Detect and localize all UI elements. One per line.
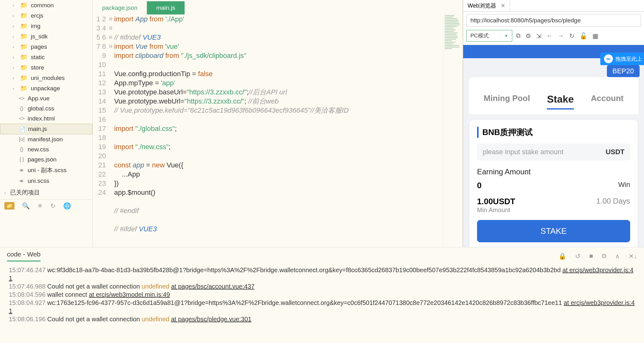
file-label: manifest.json xyxy=(28,136,63,143)
app-nav: Mining Pool Stake Account xyxy=(469,93,638,114)
folder-icon: 📁 xyxy=(20,74,28,82)
folder-img[interactable]: ›📁img xyxy=(0,21,92,31)
popout-icon[interactable]: ⧉ xyxy=(602,252,606,260)
drag-upload-hint[interactable]: ∞ 拖拽至此上 xyxy=(600,53,644,65)
minimap[interactable] xyxy=(443,14,463,247)
folder-icon[interactable]: 📁 xyxy=(4,202,14,210)
stop-icon[interactable]: ■ xyxy=(589,252,593,260)
file-label: pages.json xyxy=(28,156,57,163)
console-tab[interactable]: code - Web xyxy=(7,250,41,261)
file-index.html[interactable]: <>index.html xyxy=(0,114,92,124)
export-icon[interactable]: ⇲ xyxy=(535,31,543,41)
gear-icon[interactable]: ⚙ xyxy=(524,31,532,41)
chevron-right-icon: › xyxy=(13,24,17,29)
file-label: App.vue xyxy=(28,95,50,102)
file-icon: <> xyxy=(19,96,25,101)
file-uni.scss[interactable]: ⩩uni.scss xyxy=(0,176,92,186)
file-label: new.css xyxy=(28,146,49,153)
cloud-icon: ∞ xyxy=(604,54,613,63)
bep20-badge: BEP20 xyxy=(607,65,640,77)
file-uni - 副本.scss[interactable]: ⩩uni - 副本.scss xyxy=(0,165,92,176)
stake-currency: USDT xyxy=(606,148,625,156)
history-icon[interactable]: ↺ xyxy=(575,252,580,260)
browser-tab[interactable]: Web浏览器 ✕ xyxy=(463,0,510,11)
nav-mining-pool[interactable]: Mining Pool xyxy=(484,93,530,110)
console-link[interactable]: at ercjs/web3model.min.js:49 xyxy=(89,291,170,298)
lock-icon[interactable]: 🔓 xyxy=(578,31,589,41)
file-label: uni.scss xyxy=(28,177,49,184)
file-icon: <> xyxy=(19,116,25,121)
folder-common[interactable]: ›📁common xyxy=(0,0,92,10)
console-link[interactable]: at pages/bsc/pledge.vue:301 xyxy=(171,316,252,323)
folder-store[interactable]: ›📁store xyxy=(0,62,92,73)
file-main.js[interactable]: 📄main.js xyxy=(0,124,92,134)
folder-icon: 📁 xyxy=(20,22,28,30)
folder-label: common xyxy=(31,2,54,9)
grid-icon[interactable]: ▦ xyxy=(591,31,600,41)
chevron-right-icon: › xyxy=(13,13,17,18)
back-icon[interactable]: ← xyxy=(545,31,554,41)
stake-placeholder: please input stake amount xyxy=(483,148,564,156)
drag-hint-label: 拖拽至此上 xyxy=(615,55,642,63)
refresh-icon[interactable]: ↻ xyxy=(568,31,576,41)
line-gutter: 1 2 3 4 5 6 7 8 9 10 11 12 13 14 15 16 1… xyxy=(93,14,109,247)
folder-uni_modules[interactable]: ›📁uni_modules xyxy=(0,73,92,83)
console-line: 15:08:04.596 wallet connect at ercjs/web… xyxy=(9,290,635,299)
file-explorer[interactable]: ›📁common›📁ercjs›📁img›📁js_sdk›📁pages›📁sta… xyxy=(0,0,93,247)
folder-ercjs[interactable]: ›📁ercjs xyxy=(0,10,92,21)
console-link[interactable]: at ercjs/web3provider.js:41 xyxy=(9,299,635,314)
nav-stake[interactable]: Stake xyxy=(547,93,574,110)
console-panel: code - Web 🔒 ↺ ■ ⧉ ∧ ✕↓ 15:07:46.247 wc:… xyxy=(0,247,644,343)
nav-account[interactable]: Account xyxy=(591,93,624,110)
open-external-icon[interactable]: ⧉ xyxy=(515,31,522,41)
close-icon[interactable]: ✕ xyxy=(501,2,505,9)
folder-js_sdk[interactable]: ›📁js_sdk xyxy=(0,31,92,42)
file-App.vue[interactable]: <>App.vue xyxy=(0,93,92,104)
code-editor[interactable]: 1 2 3 4 5 6 7 8 9 10 11 12 13 14 15 16 1… xyxy=(93,14,463,247)
days-value: 1.00 Days xyxy=(596,197,630,214)
file-icon: {} xyxy=(19,106,25,111)
console-link[interactable]: at ercjs/web3provider.js:41 xyxy=(9,267,633,282)
stake-amount-input[interactable]: please input stake amount USDT xyxy=(477,143,630,160)
mode-select[interactable]: PC模式 ▼ xyxy=(466,30,512,42)
file-icon: ⩩ xyxy=(19,178,25,184)
console-output[interactable]: 15:07:46.247 wc:9f3d8c18-aa7b-4bac-81d3-… xyxy=(0,261,644,328)
closed-projects-label: 已关闭项目 xyxy=(10,189,40,196)
file-label: index.html xyxy=(28,115,55,122)
console-line: 15:07:46.247 wc:9f3d8c18-aa7b-4bac-81d3-… xyxy=(9,266,635,282)
collapse-icon[interactable]: ∧ xyxy=(615,252,620,260)
tab-main-js[interactable]: main.js xyxy=(147,1,185,14)
folder-static[interactable]: ›📁static xyxy=(0,52,92,62)
file-label: main.js xyxy=(28,126,47,132)
console-link[interactable]: at pages/bsc/account.vue:437 xyxy=(171,283,255,290)
editor-area: package.json main.js 1 2 3 4 5 6 7 8 9 1… xyxy=(93,0,463,247)
lock-icon[interactable]: 🔒 xyxy=(558,252,566,260)
console-line: 15:08:04.927 wc:1763e125-fc96-4377-957c-… xyxy=(9,299,635,315)
chevron-right-icon: › xyxy=(13,34,17,39)
folder-icon: 📁 xyxy=(20,64,28,71)
globe-icon[interactable]: 🌐 xyxy=(63,202,71,210)
folder-label: img xyxy=(31,23,41,30)
forward-icon[interactable]: → xyxy=(557,31,565,41)
chevron-down-icon: ▼ xyxy=(504,34,508,38)
bug-icon[interactable]: ✳ xyxy=(37,202,43,210)
fold-column: ⊟ ⊟ ⊟ ⊟ xyxy=(109,14,114,247)
code-body[interactable]: import App from './App' // #ifndef VUE3 … xyxy=(114,14,443,247)
file-manifest.json[interactable]: [o]manifest.json xyxy=(0,134,92,144)
clear-icon[interactable]: ✕↓ xyxy=(629,252,637,260)
binoculars-icon[interactable]: 🔍 xyxy=(22,202,30,210)
file-global.css[interactable]: {}global.css xyxy=(0,104,92,114)
console-line: 15:08:06.196 Could not get a wallet conn… xyxy=(9,315,635,323)
browser-viewport[interactable]: ∞ 拖拽至此上 BEP20 Mining Pool Stake Account … xyxy=(463,45,644,247)
folder-pages[interactable]: ›📁pages xyxy=(0,42,92,52)
file-new.css[interactable]: {}new.css xyxy=(0,144,92,155)
mode-label: PC模式 xyxy=(470,32,489,39)
url-bar[interactable]: http://localhost:8080/h5/pages/bsc/pledg… xyxy=(466,14,641,27)
folder-unpackage[interactable]: ›📁unpackage xyxy=(0,83,92,93)
tab-package-json[interactable]: package.json xyxy=(93,1,147,14)
closed-projects[interactable]: › 已关闭项目 xyxy=(0,186,92,199)
stake-button[interactable]: STAKE xyxy=(477,220,630,242)
file-pages.json[interactable]: [ ]pages.json xyxy=(0,155,92,165)
sync-icon[interactable]: ↻ xyxy=(50,202,56,210)
folder-icon: 📁 xyxy=(20,12,28,19)
